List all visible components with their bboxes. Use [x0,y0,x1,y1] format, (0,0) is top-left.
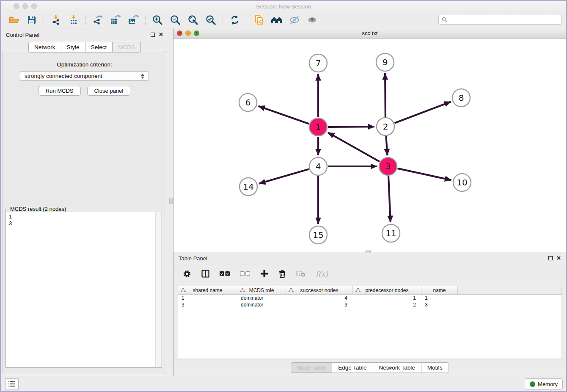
tab-motifs[interactable]: Motifs [421,362,449,373]
table-row[interactable]: 1dominator411 [178,295,561,301]
table-panel-title: Table Panel [179,255,548,262]
zoom-out-icon[interactable] [168,13,182,27]
column-header-filler [458,286,561,294]
table-cell[interactable]: 3 [286,301,353,308]
tab-edge-table[interactable]: Edge Table [332,362,373,373]
column-header-successor-nodes[interactable]: successor nodes [286,286,353,294]
export-image-icon[interactable] [126,13,140,27]
close-panel-icon[interactable]: ✕ [159,33,163,37]
column-label: name [433,287,446,293]
zoom-selected-icon[interactable] [204,13,218,27]
export-network-icon[interactable] [91,13,105,27]
column-header-mcds-role[interactable]: MCDS role [237,286,286,294]
zoom-in-icon[interactable] [150,13,165,27]
node-table[interactable]: shared nameMCDS rolesuccessor nodesprede… [178,286,562,359]
tab-network-table[interactable]: Network Table [373,362,421,373]
network-canvas[interactable]: 7968124314101511 [173,39,566,252]
graph-edge-3-10[interactable] [397,168,451,180]
graph-edge-3-11[interactable] [388,176,391,222]
graph-edge-1-2[interactable] [328,127,374,127]
graph-edge-2-9[interactable] [385,73,385,117]
graph-edge-2-8[interactable] [395,102,451,123]
graph-edge-4-14[interactable] [259,169,309,183]
optimization-criterion-select[interactable]: strongly connected component [20,71,149,81]
toolbar-separator [145,14,146,26]
birds-eye-view-icon[interactable] [305,13,319,27]
mcds-result-scrollbar[interactable] [155,212,161,367]
import-network-icon[interactable] [49,13,63,27]
window-close-button[interactable] [14,3,19,9]
table-cell[interactable]: 1 [178,295,237,301]
toggle-graphics-details-icon[interactable] [287,13,302,27]
column-header-predecessor-nodes[interactable]: predecessor nodes [353,286,421,294]
network-graph: 7968124314101511 [173,39,567,252]
table-cell[interactable]: dominator [237,301,286,308]
window-minimize-button[interactable] [22,3,28,9]
tab-mcds[interactable]: MCDS [113,42,141,52]
toolbar-separator [44,14,44,26]
deselect-all-checkboxes-icon[interactable] [240,271,250,276]
task-history-button[interactable] [5,378,19,389]
close-panel-button[interactable]: Close panel [87,86,131,96]
float-panel-icon[interactable] [151,33,155,37]
network-minimize-icon[interactable]: − [185,30,191,36]
optimization-criterion-value: strongly connected component [25,73,141,79]
search-input[interactable] [449,17,559,23]
node-table-body: 1dominator4113dominator323 [178,295,561,308]
network-overview-icon[interactable] [252,13,266,27]
tab-node-table[interactable]: Node Table [291,362,332,373]
float-table-panel-icon[interactable] [548,256,553,260]
tab-select[interactable]: Select [85,42,113,52]
memory-button[interactable]: Memory [525,378,563,389]
function-builder-icon[interactable]: f(x) [316,270,328,278]
delete-table-icon[interactable] [296,270,306,277]
table-cell[interactable]: 3 [421,301,458,308]
select-all-checkboxes-icon[interactable] [220,271,230,276]
graph-node-label: 1 [316,122,321,132]
table-cell[interactable]: 2 [353,301,421,308]
network-maximize-icon[interactable]: + [194,30,199,36]
table-cell-filler [458,295,561,301]
mcds-result-text[interactable]: 1 3 [6,212,161,367]
table-toolbar: f(x) [173,265,566,282]
close-table-panel-icon[interactable]: ✕ [556,256,561,260]
show-columns-icon[interactable] [201,270,209,278]
delete-column-icon[interactable] [278,270,286,278]
network-close-icon[interactable]: × [177,30,182,36]
network-window-titlebar[interactable]: × − + scc.txt [173,28,566,39]
table-settings-gear-icon[interactable] [183,270,191,278]
vertical-split-handle[interactable] [169,198,173,204]
tab-network[interactable]: Network [28,42,61,52]
table-cell[interactable]: 3 [178,301,237,308]
table-cell[interactable]: dominator [237,295,286,301]
mcds-panel: Optimization criterion: strongly connect… [3,51,166,374]
toolbar-separator [247,14,247,26]
column-label: successor nodes [300,287,338,293]
table-cell[interactable]: 1 [353,295,421,301]
graph-edge-2-3[interactable] [386,136,387,155]
add-column-icon[interactable] [260,270,268,278]
export-table-icon[interactable] [108,13,123,27]
table-cell[interactable]: 4 [286,295,353,301]
run-mcds-button[interactable]: Run MCDS [39,86,81,96]
home-icon[interactable] [270,13,284,27]
table-row[interactable]: 3dominator323 [178,301,561,308]
graph-node-label: 6 [245,97,251,108]
import-table-icon[interactable] [66,13,81,27]
open-session-icon[interactable] [7,13,21,27]
refresh-view-icon[interactable] [228,13,242,27]
window-maximize-button[interactable] [31,3,37,9]
tab-style[interactable]: Style [61,42,85,52]
search-box[interactable] [438,15,562,25]
column-header-shared-name[interactable]: shared name [178,286,237,294]
graph-edge-3-1[interactable] [328,133,380,162]
save-session-icon[interactable] [25,13,39,27]
window-title: Session: New Session [256,3,311,10]
table-cell[interactable]: 1 [421,295,458,301]
vertical-split-divider[interactable] [168,28,173,376]
graph-edge-1-6[interactable] [259,106,309,124]
window-traffic-lights[interactable] [14,3,37,9]
zoom-fit-icon[interactable] [186,13,200,27]
horizontal-split-handle[interactable] [365,250,371,253]
column-header-name[interactable]: name [421,286,458,294]
